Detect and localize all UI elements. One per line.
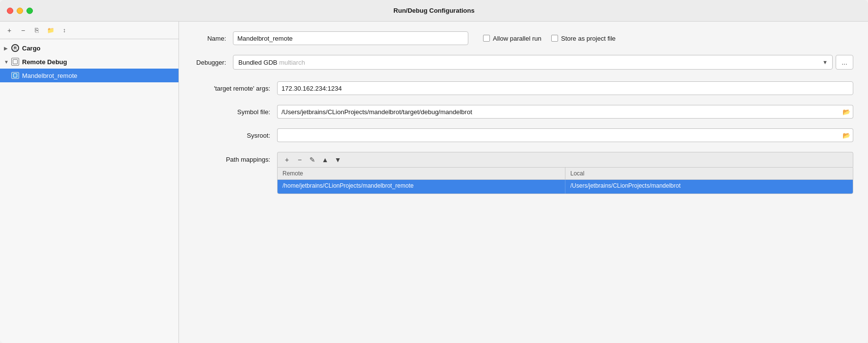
right-panel: Name: Allow parallel run Store as projec… bbox=[179, 22, 868, 343]
add-icon: + bbox=[7, 26, 11, 34]
sysroot-field: 📂 bbox=[277, 128, 853, 142]
path-mappings-wrapper: Path mappings: + − ✎ bbox=[194, 152, 853, 194]
sidebar-item-cargo[interactable]: ▶ R Cargo bbox=[0, 41, 179, 55]
remote-debug-label: Remote Debug bbox=[22, 58, 67, 66]
sysroot-row: Sysroot: 📂 bbox=[194, 128, 853, 142]
remote-debug-icon bbox=[11, 57, 20, 66]
store-as-project-checkbox-box[interactable] bbox=[551, 35, 558, 42]
table-row[interactable]: /home/jetbrains/CLionProjects/mandelbrot… bbox=[278, 180, 853, 194]
sidebar: + − ⎘ 📁 ↕ ▶ bbox=[0, 22, 179, 343]
minus-icon: − bbox=[21, 26, 25, 34]
path-mappings-content: + − ✎ ▲ ▼ bbox=[277, 152, 853, 194]
add-icon: + bbox=[285, 156, 289, 164]
target-remote-label: 'target remote' args: bbox=[194, 85, 277, 92]
mandelbrot-remote-label: Mandelbrot_remote bbox=[22, 72, 77, 79]
cargo-icon: R bbox=[11, 44, 20, 52]
local-column-header: Local bbox=[565, 168, 853, 179]
sysroot-label: Sysroot: bbox=[194, 132, 277, 139]
run-debug-configurations-window: Run/Debug Configurations + − ⎘ 📁 ↕ bbox=[0, 0, 868, 343]
add-mapping-button[interactable]: + bbox=[281, 154, 292, 165]
target-remote-row: 'target remote' args: bbox=[194, 81, 853, 95]
local-cell: /Users/jetbrains/CLionProjects/mandelbro… bbox=[565, 180, 853, 194]
copy-icon: ⎘ bbox=[35, 26, 39, 34]
remove-configuration-button[interactable]: − bbox=[18, 25, 28, 36]
name-row: Name: Allow parallel run Store as projec… bbox=[194, 31, 853, 45]
table-header: Remote Local bbox=[278, 168, 853, 180]
sidebar-toolbar: + − ⎘ 📁 ↕ bbox=[0, 22, 179, 39]
path-mappings-label: Path mappings: bbox=[194, 152, 277, 163]
ellipsis-icon: ... bbox=[842, 58, 847, 66]
edit-mapping-button[interactable]: ✎ bbox=[307, 154, 318, 165]
maximize-button[interactable] bbox=[26, 7, 33, 14]
copy-configuration-button[interactable]: ⎘ bbox=[31, 25, 42, 36]
title-bar: Run/Debug Configurations bbox=[0, 0, 868, 22]
path-mappings-toolbar: + − ✎ ▲ ▼ bbox=[277, 152, 853, 167]
minimize-button[interactable] bbox=[17, 7, 23, 14]
debugger-display[interactable]: Bundled GDB multiarch bbox=[233, 55, 833, 70]
allow-parallel-label: Allow parallel run bbox=[493, 35, 541, 42]
traffic-lights bbox=[7, 7, 33, 14]
target-remote-input[interactable] bbox=[277, 81, 853, 95]
sidebar-item-remote-debug[interactable]: ▼ Remote Debug bbox=[0, 55, 179, 69]
name-label: Name: bbox=[194, 35, 233, 42]
debugger-select-wrapper: Bundled GDB multiarch ▼ bbox=[233, 55, 833, 70]
add-configuration-button[interactable]: + bbox=[4, 25, 15, 36]
debugger-label: Debugger: bbox=[194, 59, 233, 66]
symbol-file-label: Symbol file: bbox=[194, 108, 277, 116]
name-input[interactable] bbox=[233, 31, 468, 45]
debugger-row: Debugger: Bundled GDB multiarch ▼ ... bbox=[194, 55, 853, 70]
folder-open-icon: 📂 bbox=[842, 132, 850, 139]
move-down-mapping-button[interactable]: ▼ bbox=[332, 154, 343, 165]
sysroot-input[interactable] bbox=[277, 128, 840, 142]
path-mappings-section: Path mappings: + − ✎ bbox=[194, 152, 853, 194]
remove-mapping-button[interactable]: − bbox=[294, 154, 305, 165]
symbol-file-field: 📂 bbox=[277, 105, 853, 119]
store-as-project-label: Store as project file bbox=[561, 35, 615, 42]
cargo-label: Cargo bbox=[22, 45, 41, 52]
remote-cell: /home/jetbrains/CLionProjects/mandelbrot… bbox=[278, 180, 565, 194]
folder-icon: 📁 bbox=[47, 27, 54, 34]
path-mappings-table: Remote Local /home/jetbrains/CLionProjec… bbox=[277, 167, 853, 194]
move-up-mapping-button[interactable]: ▲ bbox=[320, 154, 331, 165]
debugger-settings-button[interactable]: ... bbox=[836, 55, 853, 70]
allow-parallel-run-checkbox[interactable]: Allow parallel run bbox=[483, 35, 541, 42]
close-button[interactable] bbox=[7, 7, 13, 14]
sysroot-browse-button[interactable]: 📂 bbox=[840, 128, 853, 142]
symbol-file-row: Symbol file: 📂 bbox=[194, 105, 853, 119]
store-as-project-file-checkbox[interactable]: Store as project file bbox=[551, 35, 615, 42]
folder-open-icon: 📂 bbox=[842, 108, 850, 116]
sidebar-tree: ▶ R Cargo ▼ Remote Debug ▶ bbox=[0, 39, 179, 343]
move-to-folder-button[interactable]: 📁 bbox=[45, 25, 56, 36]
edit-icon: ✎ bbox=[309, 156, 315, 164]
arrow-up-icon: ▲ bbox=[322, 156, 329, 164]
chevron-down-icon: ▼ bbox=[4, 59, 11, 65]
minus-icon: − bbox=[298, 156, 302, 164]
options-group: Allow parallel run Store as project file bbox=[483, 35, 853, 42]
symbol-file-input[interactable] bbox=[277, 105, 840, 119]
sort-button[interactable]: ↕ bbox=[59, 25, 70, 36]
spacer-icon: ▶ bbox=[4, 73, 11, 78]
allow-parallel-checkbox-box[interactable] bbox=[483, 35, 490, 42]
remote-column-header: Remote bbox=[278, 168, 565, 179]
chevron-right-icon: ▶ bbox=[4, 46, 11, 51]
arrow-down-icon: ▼ bbox=[334, 156, 341, 164]
sort-icon: ↕ bbox=[63, 27, 66, 34]
main-content: + − ⎘ 📁 ↕ ▶ bbox=[0, 22, 868, 343]
symbol-file-browse-button[interactable]: 📂 bbox=[840, 105, 853, 119]
window-title: Run/Debug Configurations bbox=[393, 7, 474, 14]
sidebar-item-mandelbrot-remote[interactable]: ▶ Mandelbrot_remote bbox=[0, 69, 179, 82]
config-icon bbox=[11, 71, 20, 80]
